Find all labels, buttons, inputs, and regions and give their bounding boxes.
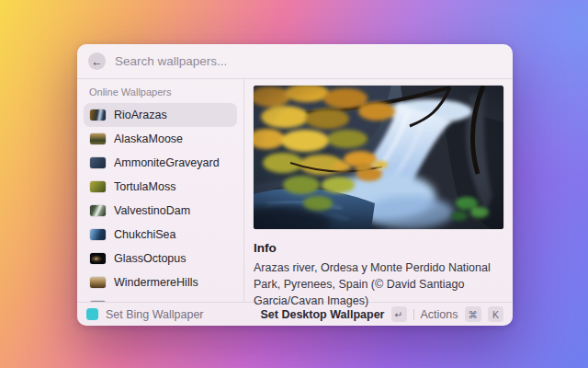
wallpaper-label: RioArazas: [114, 109, 167, 121]
list-item[interactable]: AlaskaMoose: [84, 127, 237, 151]
actions-label: Actions: [421, 308, 458, 321]
enter-key-badge: ↵: [391, 306, 407, 322]
desktop-background: ← Online Wallpapers RioArazas AlaskaMoos…: [0, 0, 588, 368]
wallpaper-label: WindermereHills: [114, 276, 198, 289]
search-bar: ←: [77, 44, 513, 78]
actions-button[interactable]: Actions ⌘ K: [421, 306, 504, 322]
content-area: Online Wallpapers RioArazas AlaskaMoose …: [77, 79, 513, 302]
primary-action-button[interactable]: Set Desktop Wallpaper ↵: [261, 306, 407, 322]
section-title: Online Wallpapers: [84, 84, 237, 103]
wallpaper-thumb: [90, 205, 106, 216]
wallpaper-label: TortulaMoss: [114, 180, 175, 193]
k-key-badge: K: [488, 306, 503, 322]
footer-actions: Set Desktop Wallpaper ↵ Actions ⌘ K: [261, 306, 504, 322]
wallpaper-thumb: [90, 157, 106, 168]
list-item[interactable]: TortulaMoss: [84, 175, 237, 199]
wallpaper-label: AlaskaMoose: [114, 132, 183, 145]
footer: Set Bing Wallpaper Set Desktop Wallpaper…: [77, 303, 513, 326]
app-window: ← Online Wallpapers RioArazas AlaskaMoos…: [77, 44, 513, 326]
list-item[interactable]: RioArazas: [84, 103, 237, 127]
bing-extension-icon: [86, 308, 98, 320]
wallpaper-thumb: [90, 133, 106, 144]
cmd-key-badge: ⌘: [465, 306, 482, 322]
search-input[interactable]: [115, 54, 502, 68]
info-title: Info: [254, 241, 503, 255]
sidebar: Online Wallpapers RioArazas AlaskaMoose …: [77, 79, 243, 302]
wallpaper-label: ChukchiSea: [114, 228, 175, 241]
wallpaper-thumb: [90, 109, 106, 121]
wallpaper-label: AmmoniteGraveyard: [114, 156, 220, 169]
back-arrow-icon: ←: [92, 56, 103, 67]
list-item[interactable]: BayofBiscay: [84, 294, 237, 302]
list-item[interactable]: ChukchiSea: [84, 223, 237, 247]
list-item[interactable]: GlassOctopus: [84, 247, 237, 270]
wallpaper-label: ValvestinoDam: [114, 204, 190, 217]
wallpaper-list: RioArazas AlaskaMoose AmmoniteGraveyard …: [84, 103, 237, 302]
list-item[interactable]: WindermereHills: [84, 270, 237, 294]
list-item[interactable]: ValvestinoDam: [84, 199, 237, 223]
bing-extension-label: Set Bing Wallpaper: [106, 308, 204, 321]
wallpaper-preview-image: [254, 86, 503, 229]
wallpaper-thumb: [90, 277, 106, 288]
footer-separator: [413, 309, 414, 320]
list-item[interactable]: AmmoniteGraveyard: [84, 151, 237, 175]
wallpaper-label: GlassOctopus: [114, 252, 187, 265]
wallpaper-thumb: [90, 229, 106, 240]
back-button[interactable]: ←: [88, 52, 106, 70]
wallpaper-thumb: [90, 181, 106, 192]
wallpaper-thumb: [90, 253, 106, 264]
primary-action-label: Set Desktop Wallpaper: [261, 308, 385, 321]
detail-pane: Info Arazas river, Ordesa y Monte Perdid…: [244, 79, 513, 302]
